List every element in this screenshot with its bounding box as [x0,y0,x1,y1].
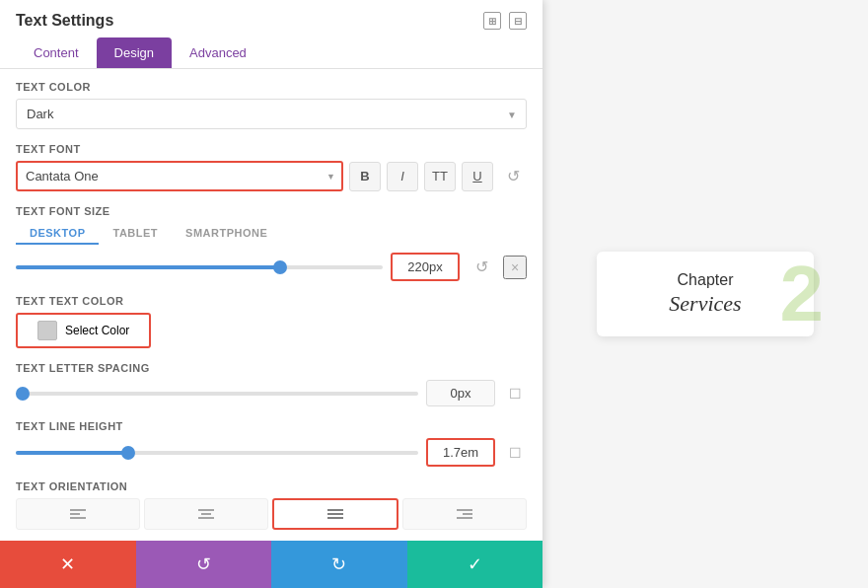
text-text-color-label: Text Text Color [16,295,527,307]
panel-content: Text Color Dark Light Text Font Cantata … [0,69,542,541]
expand-icon[interactable]: ⊞ [483,12,501,30]
line-height-value-input[interactable] [426,438,495,467]
italic-button[interactable]: I [387,162,418,191]
tab-advanced[interactable]: Advanced [172,37,264,68]
resp-tab-tablet[interactable]: TABLET [99,223,172,245]
font-select-wrapper: Cantata One Arial Georgia [16,161,343,191]
cancel-button[interactable]: ✕ [0,541,136,588]
letter-spacing-unit-icon[interactable]: ☐ [503,382,527,405]
color-select-button[interactable]: Select Color [16,313,151,348]
color-swatch [37,321,57,340]
orientation-row [16,498,527,530]
bold-button[interactable]: B [349,162,381,191]
font-size-value-input[interactable] [391,253,460,281]
save-button[interactable]: ✓ [407,541,543,588]
line-height-slider-fill [16,451,128,455]
text-line-height-label: Text Line Height [16,420,527,432]
redo-button[interactable]: ↻ [271,541,407,588]
text-font-row: Cantata One Arial Georgia B I TT U ↺ [16,161,527,191]
tab-content[interactable]: Content [16,37,97,68]
text-color-select[interactable]: Dark Light [16,99,527,129]
font-size-reset-button[interactable]: ↺ [468,254,495,281]
collapse-icon[interactable]: ⊟ [509,12,527,30]
line-height-slider-track[interactable] [16,451,418,455]
text-letter-spacing-section: Text Letter Spacing ☐ [16,362,527,406]
text-orientation-section: Text Orientation [16,480,527,530]
text-font-label: Text Font [16,143,527,155]
panel-header: Text Settings ⊞ ⊟ Content Design Advance… [0,0,542,69]
text-letter-spacing-label: Text Letter Spacing [16,362,527,374]
preview-services-text: Services [626,291,784,317]
text-color-section: Text Color Dark Light [16,81,527,129]
orient-center-button[interactable] [144,498,268,530]
text-color-label: Text Color [16,81,527,93]
responsive-tabs: DESKTOP TABLET SMARTPHONE [16,223,527,245]
preview-card: Chapter Services 2 [597,252,814,336]
preview-number: 2 [780,255,825,333]
bottom-bar: ✕ ↺ ↻ ✓ [0,541,542,588]
tab-design[interactable]: Design [97,37,172,68]
preview-area: Chapter Services 2 [542,0,868,588]
text-font-size-label: Text Font Size [16,205,527,217]
line-height-unit-icon[interactable]: ☐ [503,441,527,465]
main-tabs: Content Design Advanced [16,37,527,68]
text-orientation-label: Text Orientation [16,480,527,492]
font-size-slider-thumb[interactable] [273,260,287,274]
reset-button[interactable]: ↺ [136,541,272,588]
preview-chapter-text: Chapter [626,271,784,289]
letter-spacing-value-input[interactable] [426,380,495,406]
text-font-section: Text Font Cantata One Arial Georgia B I … [16,143,527,191]
orient-right-button[interactable] [402,498,527,530]
underline-button[interactable]: U [462,162,493,191]
resp-tab-smartphone[interactable]: SMARTPHONE [172,223,281,245]
resp-tab-desktop[interactable]: DESKTOP [16,223,99,245]
letter-spacing-slider-thumb[interactable] [16,387,30,401]
font-size-clear-button[interactable]: × [503,256,527,279]
text-text-color-section: Text Text Color Select Color [16,295,527,348]
letter-spacing-slider-track[interactable] [16,392,418,396]
panel-title-text: Text Settings [16,12,113,30]
font-select[interactable]: Cantata One Arial Georgia [16,161,343,191]
font-size-slider-fill [16,265,280,269]
orient-justify-button[interactable] [272,498,398,530]
text-color-dropdown-wrapper: Dark Light [16,99,527,129]
line-height-slider-thumb[interactable] [121,446,135,460]
letter-spacing-slider-row: ☐ [16,380,527,406]
text-line-height-section: Text Line Height ☐ [16,420,527,467]
color-select-label: Select Color [65,324,129,337]
orient-left-button[interactable] [16,498,140,530]
line-height-slider-row: ☐ [16,438,527,467]
uppercase-button[interactable]: TT [424,162,456,191]
text-font-size-section: Text Font Size DESKTOP TABLET SMARTPHONE [16,205,527,281]
panel-title-row: Text Settings ⊞ ⊟ [16,12,527,30]
font-size-slider-track[interactable] [16,265,383,269]
font-reset-button[interactable]: ↺ [499,163,527,190]
settings-panel: Text Settings ⊞ ⊟ Content Design Advance… [0,0,542,588]
panel-title-icons: ⊞ ⊟ [483,12,527,30]
font-size-slider-row: ↺ × [16,253,527,281]
